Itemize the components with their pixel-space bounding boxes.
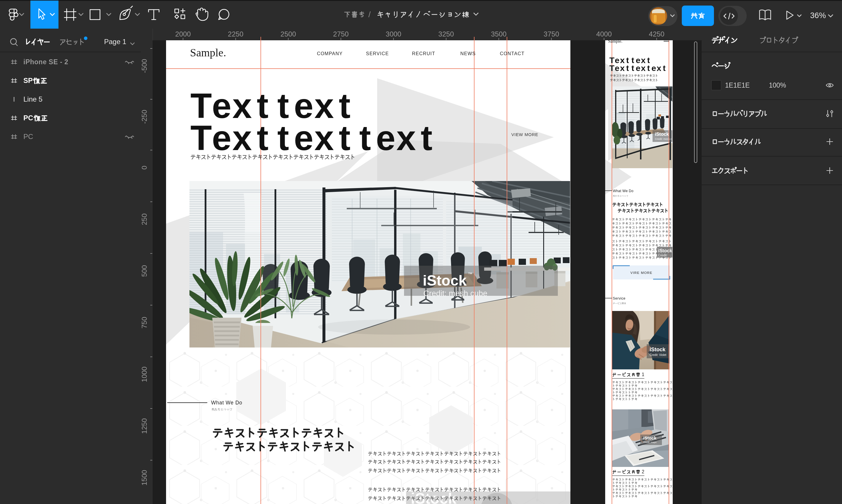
svg-text:Credit: mesh cube: Credit: mesh cube	[423, 289, 487, 298]
svg-text:Credit: mapo: Credit: mapo	[643, 441, 657, 444]
svg-text:Credit: Violet: Credit: Violet	[650, 353, 666, 357]
svg-text:iStock: iStock	[411, 491, 457, 504]
svg-text:iStock: iStock	[643, 435, 657, 440]
svg-text:™: ™	[468, 272, 472, 276]
svg-text:iStock: iStock	[655, 132, 669, 137]
svg-text:Credit: mesh c: Credit: mesh c	[655, 138, 672, 141]
svg-text:iStock: iStock	[423, 272, 467, 289]
svg-text:iStock: iStock	[650, 347, 666, 353]
